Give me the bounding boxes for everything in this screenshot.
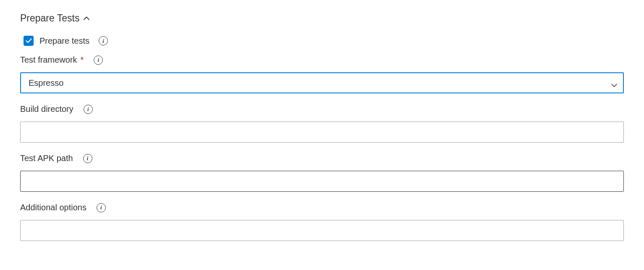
chevron-up-icon: [84, 16, 89, 21]
prepare-tests-label: Prepare tests: [39, 36, 89, 46]
section-title: Prepare Tests: [20, 13, 79, 24]
additional-options-group: Additional options: [20, 203, 624, 241]
test-framework-group: Test framework * Espresso: [20, 55, 624, 93]
info-icon[interactable]: [97, 203, 106, 212]
info-icon[interactable]: [94, 56, 103, 65]
additional-options-label: Additional options: [20, 203, 86, 212]
info-icon[interactable]: [99, 36, 108, 45]
test-framework-select[interactable]: Espresso: [20, 72, 624, 93]
field-label-row: Test APK path: [20, 154, 624, 163]
prepare-tests-row: Prepare tests: [20, 36, 624, 46]
info-icon[interactable]: [83, 154, 92, 163]
build-directory-input[interactable]: [20, 122, 624, 143]
field-label-row: Additional options: [20, 203, 624, 212]
test-framework-label: Test framework: [20, 55, 77, 65]
field-label-row: Build directory: [20, 104, 624, 114]
test-apk-path-label: Test APK path: [20, 154, 73, 163]
test-apk-path-input[interactable]: [20, 171, 624, 192]
test-apk-path-group: Test APK path: [20, 154, 624, 192]
prepare-tests-checkbox[interactable]: [24, 36, 34, 46]
field-label-row: Test framework *: [20, 55, 624, 65]
required-indicator: *: [81, 55, 84, 65]
info-icon[interactable]: [84, 105, 93, 114]
test-framework-select-wrapper: Espresso: [20, 72, 624, 93]
section-header[interactable]: Prepare Tests: [20, 13, 624, 24]
build-directory-group: Build directory: [20, 104, 624, 143]
build-directory-label: Build directory: [20, 104, 73, 114]
additional-options-input[interactable]: [20, 220, 624, 241]
